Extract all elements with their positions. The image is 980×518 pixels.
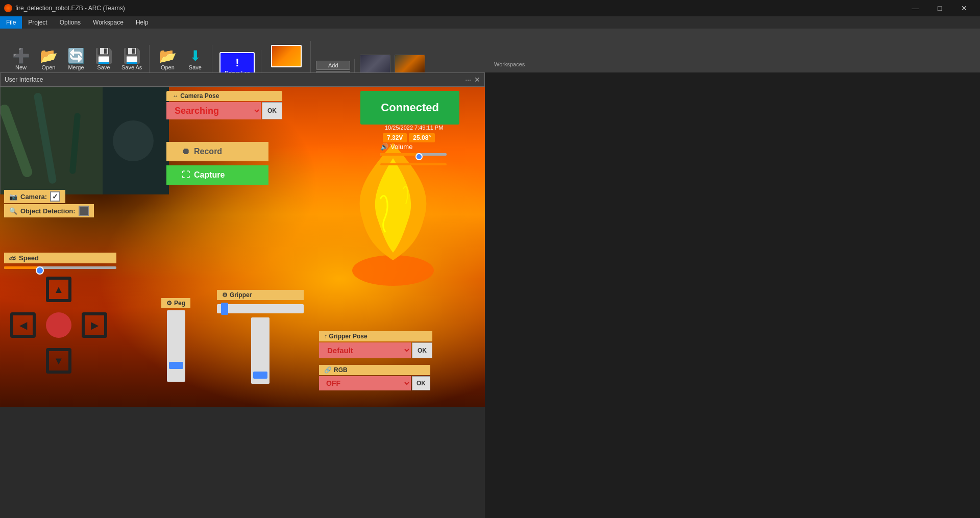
open-icon: 📂 (40, 49, 58, 63)
peg-slider-thumb[interactable] (169, 362, 183, 369)
save-as-button[interactable]: 💾 Save As (118, 47, 145, 72)
gripper-pose-ok-button[interactable]: OK (412, 342, 432, 358)
peg-title: ⚙ Peg (161, 298, 190, 308)
cloud-save-icon: ⬇ (189, 49, 201, 63)
peg-label: Peg (174, 300, 185, 307)
speed-thumb[interactable] (36, 266, 44, 275)
menu-file[interactable]: File (0, 16, 22, 29)
gripper-pose-row: Default OK (319, 342, 432, 358)
menu-help[interactable]: Help (130, 16, 155, 29)
capture-button[interactable]: ⛶ Capture (166, 165, 268, 185)
title-bar: fire_detection_robot.EZB - ARC (Teams) —… (0, 0, 980, 16)
svg-point-7 (113, 120, 154, 161)
joystick-down-button[interactable]: ▼ (46, 348, 71, 374)
speed-label: Speed (19, 254, 39, 262)
volume-bar-secondary (380, 163, 447, 165)
ui-window-more-button[interactable]: ··· (465, 76, 471, 84)
camera-pose-ok-button[interactable]: OK (262, 102, 282, 119)
menu-workspace[interactable]: Workspace (87, 16, 130, 29)
add-button[interactable]: Add (316, 61, 350, 70)
app-title: fire_detection_robot.EZB - ARC (Teams) (15, 5, 125, 12)
rgb-row: OFF OK (319, 376, 430, 390)
menu-bar: File Project Options Workspace Help (0, 16, 980, 29)
rgb-icon: 🔗 (324, 366, 332, 374)
menu-project[interactable]: Project (22, 16, 53, 29)
speed-track (4, 266, 116, 269)
cloud-open-button[interactable]: 📂 Open (155, 47, 180, 72)
searching-dropdown[interactable]: Searching (166, 102, 261, 119)
volume-label: Volume (390, 143, 412, 151)
object-detection-checkbox[interactable] (79, 206, 89, 216)
open-label: Open (42, 64, 56, 70)
object-detection-label: Object Detection: (20, 207, 76, 215)
save-button[interactable]: 💾 Save (91, 47, 116, 72)
close-button[interactable]: ✕ (952, 0, 976, 16)
temperature-badge: 25.08° (409, 133, 435, 142)
camera-label-row: 📷 Camera: ✓ (4, 190, 65, 203)
save-icon: 💾 (95, 49, 113, 63)
gripper-pose-panel: ↑ Gripper Pose Default OK (319, 331, 432, 358)
app-icon (4, 4, 12, 12)
cloud-save-label: Save (189, 64, 202, 70)
gripper-horiz-thumb[interactable] (221, 303, 228, 315)
cloud-save-button[interactable]: ⬇ Save (182, 47, 208, 72)
speed-icon: 🏎 (9, 254, 16, 262)
debug-icon: ! (235, 56, 239, 69)
volume-panel: 🔊 Volume (380, 143, 459, 165)
open-button[interactable]: 📂 Open (36, 47, 61, 72)
maximize-button[interactable]: □ (928, 0, 951, 16)
gripper-vert-thumb[interactable] (253, 372, 267, 379)
camera-label-text: Camera: (20, 193, 47, 201)
gripper-label: Gripper (230, 291, 252, 299)
speed-slider-container[interactable] (4, 266, 116, 275)
joystick-right-button[interactable]: ▶ (82, 312, 107, 338)
record-icon: ⏺ (182, 147, 190, 156)
gripper-pose-title-text: ↑ Gripper Pose (324, 333, 368, 340)
title-bar-controls: — □ ✕ (903, 0, 976, 16)
peg-slider-container[interactable] (167, 310, 185, 382)
toolbar-file-row: ➕ New 📂 Open 🔄 Merge 💾 Save 💾 Save As (8, 47, 145, 72)
rgb-dropdown[interactable]: OFF (319, 376, 411, 390)
datetime-display: 10/25/2022 7:49:11 PM (383, 124, 459, 132)
merge-icon: 🔄 (67, 49, 85, 63)
new-label: New (15, 64, 27, 70)
cloud-open-label: Open (161, 64, 175, 70)
merge-button[interactable]: 🔄 Merge (63, 47, 89, 72)
volume-label-row: 🔊 Volume (380, 143, 459, 151)
volume-slider-container[interactable] (380, 153, 447, 161)
speed-panel: 🏎 Speed (4, 253, 116, 275)
ui-window-close-button[interactable]: ✕ (474, 76, 480, 84)
camera-pose-title-text: ↔ Camera Pose (173, 92, 219, 100)
camera-image (1, 87, 169, 194)
joystick-left-button[interactable]: ◀ (10, 312, 36, 338)
volume-fill (380, 153, 417, 156)
gripper-panel: ⚙ Gripper (217, 290, 304, 384)
connected-button[interactable]: Connected (360, 91, 459, 125)
cloud-open-icon: 📂 (159, 49, 177, 63)
minimize-button[interactable]: — (903, 0, 927, 16)
gripper-pose-dropdown[interactable]: Default (319, 342, 411, 358)
camera-pose-panel: ↔ Camera Pose Searching OK (166, 91, 282, 119)
gripper-vert-slider[interactable] (251, 317, 270, 384)
peg-icon: ⚙ (166, 300, 172, 307)
capture-label: Capture (194, 170, 225, 180)
object-detection-icon: 🔍 (9, 207, 17, 215)
menu-options[interactable]: Options (54, 16, 87, 29)
rgb-ok-button[interactable]: OK (412, 376, 430, 390)
record-button[interactable]: ⏺ Record (166, 142, 268, 161)
gripper-horiz-slider[interactable] (217, 304, 304, 313)
camera-checkbox[interactable]: ✓ (50, 191, 60, 202)
searching-row: Searching OK (166, 102, 282, 119)
record-button-container: ⏺ Record (166, 142, 268, 161)
joystick-center-button[interactable] (46, 312, 71, 338)
camera-icon: 📷 (9, 193, 17, 201)
right-panel (485, 72, 980, 518)
new-button[interactable]: ➕ New (8, 47, 34, 72)
peg-panel: ⚙ Peg (161, 298, 190, 384)
rgb-title: 🔗 RGB (319, 365, 430, 375)
volume-thumb[interactable] (415, 153, 423, 160)
record-label: Record (194, 147, 222, 156)
fullscreen-icon (271, 45, 302, 71)
ui-window-controls: ··· ✕ (465, 76, 480, 84)
joystick-up-button[interactable]: ▲ (46, 277, 71, 302)
